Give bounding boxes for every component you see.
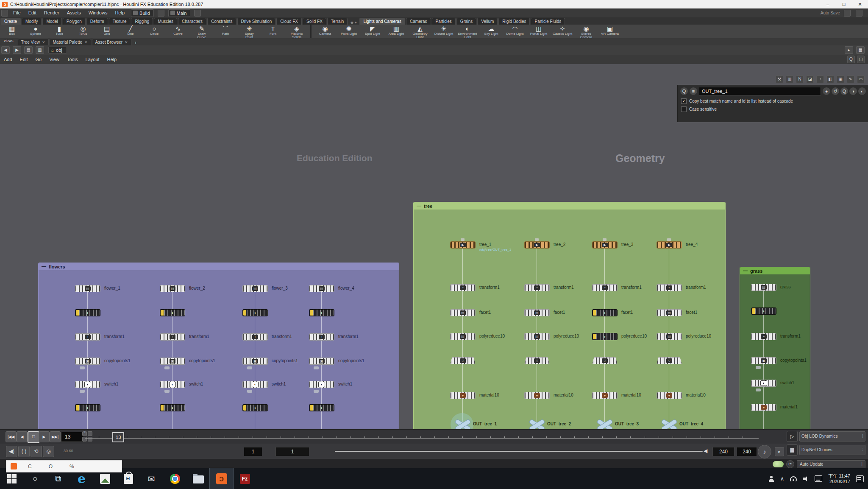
panel-options-button[interactable]: ▦	[856, 46, 865, 54]
shelf-tab-constraints[interactable]: Constraints	[207, 18, 236, 25]
search-right-icon-0[interactable]: ●	[823, 87, 830, 95]
menu-file[interactable]: File	[9, 10, 25, 15]
windows-language-bar[interactable]: CO%	[6, 460, 122, 472]
node-flagged[interactable]: ◗	[309, 309, 334, 316]
node-null-OUT_tree_2[interactable]: OUT_tree_2	[529, 419, 544, 429]
speaker-icon[interactable]	[803, 476, 809, 481]
menu-help[interactable]: Help	[111, 10, 128, 15]
node-facet1[interactable]: ▤facet1	[450, 309, 476, 316]
audio-toggle-button[interactable]: ◀)	[6, 446, 17, 457]
tool-circle[interactable]: ○Circle	[142, 25, 166, 38]
node-switch1[interactable]: ◐switch1	[242, 381, 268, 388]
layout-add-button[interactable]	[194, 10, 201, 17]
desktop-selector[interactable]: Build	[131, 9, 153, 17]
shelf-tab-drive-simulation[interactable]: Drive Simulation	[237, 18, 276, 25]
shelf-tab-texture[interactable]: Texture	[109, 18, 131, 25]
timeline-playhead[interactable]: 13	[112, 432, 124, 442]
stop-button[interactable]: ▢	[28, 431, 39, 443]
global-range-end-field[interactable]: 240	[737, 447, 757, 456]
range-slider-track[interactable]	[335, 451, 703, 452]
render-view-icon[interactable]: ▷	[787, 431, 798, 442]
desktop-add-button[interactable]	[158, 10, 164, 17]
node-matchsize10[interactable]: ▽matchsize10	[524, 357, 550, 364]
node-tree_4[interactable]: ▶tree_4	[657, 241, 682, 249]
tool-caustic-light[interactable]: ✧Caustic Light	[551, 25, 574, 38]
node-transform1[interactable]: +transform1	[592, 284, 618, 291]
shelf-tab-polygon[interactable]: Polygon	[63, 18, 86, 25]
playback-range-start-field[interactable]: 1	[275, 447, 309, 456]
play-backward-button[interactable]: ◀	[17, 431, 28, 442]
network-toolbar-icon-5[interactable]: ◧	[826, 75, 834, 83]
node-polyreduce10[interactable]: ◗polyreduce10	[592, 333, 618, 340]
network-search-input[interactable]: OUT_tree_1	[699, 87, 821, 95]
split-vertical-button[interactable]: ▥	[36, 46, 44, 54]
tray-chevron-icon[interactable]: ∧	[780, 475, 785, 482]
notification-center-icon[interactable]	[856, 475, 864, 482]
jump-last-frame-button[interactable]: ▶▶|	[50, 431, 61, 442]
taskbar-app-chrome[interactable]	[163, 468, 186, 489]
play-forward-button[interactable]: ▶	[39, 431, 50, 442]
search-icon[interactable]: Q	[680, 87, 688, 95]
tool-torus[interactable]: ◎Torus	[71, 25, 95, 38]
tool-spray-paint[interactable]: ✳Spray Paint	[237, 25, 261, 38]
network-toolbar-icon-4[interactable]: ◔	[816, 75, 824, 83]
forward-button[interactable]: ▶	[13, 46, 21, 54]
network-editor-canvas[interactable]: Education Edition Geometry ⚒▥N◪◔◧▣✎▭ Q ≡…	[0, 64, 868, 429]
minimize-button[interactable]: –	[820, 0, 836, 8]
shelf-tab-deform[interactable]: Deform	[86, 18, 108, 25]
node-switch1[interactable]: ◐switch1	[309, 381, 334, 388]
tool-geometry-light[interactable]: ◭Geometry Light	[408, 25, 432, 38]
netmenu-icon-0[interactable]: Q	[847, 56, 855, 63]
language-bar-glyph-1[interactable]: O	[49, 464, 53, 469]
checkbox[interactable]	[681, 106, 687, 112]
node-transform1[interactable]: +transform1	[657, 284, 682, 291]
node-facet1[interactable]: ◗facet1	[592, 309, 618, 316]
audio-panel-button[interactable]: ♪	[758, 445, 771, 458]
realtime-toggle-button[interactable]: ( )	[18, 446, 30, 457]
pin-button[interactable]: ▸	[845, 46, 853, 54]
network-box-title-flowers[interactable]: —flowers	[39, 263, 399, 270]
node-flagged[interactable]: ◗	[242, 309, 268, 316]
netmenu-go[interactable]: Go	[32, 57, 46, 62]
netmenu-layout[interactable]: Layout	[82, 57, 103, 62]
global-range-start-field[interactable]: 1	[244, 447, 262, 456]
network-toolbar-icon-8[interactable]: ▭	[857, 75, 865, 83]
taskbar-clock[interactable]: 下午 11:47 2020/3/17	[828, 473, 850, 484]
node-transform1[interactable]: +transform1	[524, 284, 550, 291]
maximize-button[interactable]: □	[836, 0, 852, 8]
netmenu-icon-1[interactable]: ▢	[857, 56, 865, 63]
netmenu-edit[interactable]: Edit	[16, 57, 32, 62]
network-toolbar-icon-6[interactable]: ▣	[837, 75, 844, 83]
node-transform1[interactable]: +transform1	[309, 333, 334, 341]
checkbox-checked[interactable]: ✓	[681, 98, 687, 104]
tool-point-light[interactable]: ✺Point Light	[337, 25, 361, 38]
close-tab-icon[interactable]: ✕	[84, 40, 88, 45]
language-bar-icon[interactable]	[11, 463, 17, 469]
network-box-flowers[interactable]: —flowers▤flower_1◗+transform1▣copytopoin…	[38, 263, 399, 429]
shelf-tab-terrain[interactable]: Terrain	[327, 18, 348, 25]
pane-tab-tree-view[interactable]: Tree View✕	[18, 39, 49, 45]
node-material10[interactable]: ●material10	[657, 392, 682, 399]
node-polyreduce10[interactable]: ▤polyreduce10	[450, 333, 476, 340]
tool-grid[interactable]: ▤Grid	[95, 25, 119, 38]
cook-mode-dropdown[interactable]: Auto Update ⁞	[797, 460, 865, 468]
shelf-tab-modify[interactable]: Modify	[22, 18, 42, 25]
shelf-tab-vellum[interactable]: Vellum	[477, 18, 498, 25]
network-toolbar-icon-3[interactable]: ◪	[806, 75, 814, 83]
node-transform1[interactable]: +transform1	[160, 333, 185, 341]
ime-icon[interactable]	[815, 475, 822, 482]
taskbar-app-houdini[interactable]: ɔ	[210, 468, 233, 489]
tool-dome-light[interactable]: ◠Dome Light	[503, 25, 527, 38]
node-transform1[interactable]: +transform1	[242, 333, 268, 341]
search-right-icon-3[interactable]: ◑	[849, 87, 857, 95]
node-tree_3[interactable]: ▶tree_3	[592, 241, 618, 249]
node-tree_2[interactable]: ▶tree_2	[524, 241, 550, 249]
tool-stereo-camera[interactable]: ◉Stereo Camera	[574, 25, 598, 38]
search-right-icon-2[interactable]: Q	[840, 87, 848, 95]
node-copytopoints1[interactable]: ▣copytopoints1	[160, 358, 185, 365]
node-transform1[interactable]: +transform1	[450, 284, 476, 291]
back-button[interactable]: ◀	[1, 46, 10, 54]
node-material10[interactable]: ●material10	[450, 392, 476, 399]
node-null-OUT_tree_4[interactable]: OUT_tree_4	[662, 419, 676, 429]
tool-draw-curve[interactable]: ✎Draw Curve	[190, 25, 214, 38]
